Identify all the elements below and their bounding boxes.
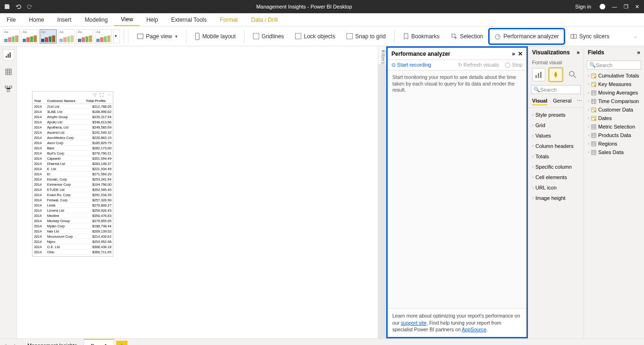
table-row[interactable]: 2014Bare$282,173.00: [33, 146, 113, 151]
sync-slicers-button[interactable]: Sync slicers: [566, 29, 614, 43]
viz-collapse-icon[interactable]: »: [576, 49, 580, 56]
menu-external-tools[interactable]: External Tools: [165, 13, 213, 26]
start-recording-button[interactable]: ⊙ Start recording: [391, 62, 431, 68]
field-regions[interactable]: ›Regions: [584, 139, 644, 148]
table-row[interactable]: 2014Amylin Group$235,317.94: [33, 114, 113, 120]
viz-search-input[interactable]: 🔍 Search: [531, 85, 581, 94]
save-icon[interactable]: [4, 3, 10, 10]
menu-format[interactable]: Format: [213, 13, 245, 26]
mobile-layout-button[interactable]: Mobile layout: [190, 29, 240, 43]
table-visual[interactable]: ▽ ⛶ ⋯ YearCustomer NamesTotal Profits201…: [32, 91, 113, 257]
table-row[interactable]: 2014Capweld$351,594.49: [33, 156, 113, 161]
viz-section-style-presets[interactable]: ›Style presets: [528, 110, 584, 120]
theme-gallery[interactable]: AaAaAaAaAaAa▾: [3, 29, 124, 43]
viz-section-url-icon[interactable]: ›URL icon: [528, 182, 584, 193]
page-next-icon[interactable]: ▸: [10, 342, 21, 345]
table-row[interactable]: 2014Apotheca, Ltd$249,585.69: [33, 125, 113, 130]
selection-button[interactable]: Selection: [446, 29, 488, 43]
add-page-button[interactable]: +: [116, 341, 127, 345]
field-cumulative-totals[interactable]: ›Cumulative Totals: [584, 71, 644, 80]
perf-collapse-icon[interactable]: »: [512, 51, 515, 57]
more-icon[interactable]: ⋯: [107, 93, 111, 97]
ribbon-collapse-icon[interactable]: ⌄: [634, 34, 637, 39]
table-row[interactable]: 2014Eminence Corp$194,796.00: [33, 182, 113, 187]
fields-collapse-icon[interactable]: »: [637, 49, 640, 56]
table-row[interactable]: 201421st Ltd$212,788.05: [33, 104, 113, 109]
table-row[interactable]: 2014Nipro$253,952.98: [33, 239, 113, 244]
theme-2[interactable]: Aa: [40, 29, 57, 43]
menu-modeling[interactable]: Modeling: [78, 13, 114, 26]
col-total-profits[interactable]: Total Profits: [85, 98, 113, 104]
table-row[interactable]: 2014AuroMedics Corp$220,862.15: [33, 135, 113, 140]
table-row[interactable]: 2014O.E. Ltd$308,436.18: [33, 244, 113, 250]
field-key-measures[interactable]: ›Key Measures: [584, 80, 644, 88]
tab-general[interactable]: General: [553, 98, 571, 105]
viz-section-cell-elements[interactable]: ›Cell elements: [528, 172, 584, 182]
table-row[interactable]: 2014ETUDE Ltd$352,595.45: [33, 187, 113, 192]
viz-section-grid[interactable]: ›Grid: [528, 120, 584, 130]
viz-section-totals[interactable]: ›Totals: [528, 151, 584, 162]
field-products-data[interactable]: ›Products Data: [584, 131, 644, 139]
viz-more-icon[interactable]: ⋯: [577, 98, 582, 105]
menu-insert[interactable]: Insert: [51, 13, 78, 26]
maximize-icon[interactable]: ❐: [624, 4, 628, 10]
report-view-icon[interactable]: [3, 49, 14, 60]
table-row[interactable]: 2014Exact-Rx, Corp$291,534.35: [33, 192, 113, 198]
page-tab-page-1[interactable]: Page 1: [84, 339, 114, 345]
menu-file[interactable]: File: [0, 13, 22, 26]
performance-analyzer-button[interactable]: Performance analyzer: [490, 29, 563, 43]
table-row[interactable]: 2014Ascend Ltd$191,549.32: [33, 130, 113, 135]
field-customer-data[interactable]: ›Customer Data: [584, 105, 644, 114]
snap-to-grid-checkbox[interactable]: Snap to grid: [342, 29, 390, 43]
theme-0[interactable]: Aa: [3, 29, 20, 43]
focus-icon[interactable]: ⛶: [100, 93, 104, 97]
table-row[interactable]: 2014Linde$270,800.27: [33, 203, 113, 208]
analytics-icon[interactable]: [566, 68, 579, 81]
table-row[interactable]: 2014Medline$350,476.83: [33, 213, 113, 218]
perf-close-icon[interactable]: ✕: [518, 51, 523, 57]
viz-section-column-headers[interactable]: ›Column headers: [528, 141, 584, 151]
menu-data---drill[interactable]: Data / Drill: [245, 13, 284, 26]
table-row[interactable]: 2014Eloraic, Corp$253,341.94: [33, 177, 113, 182]
table-row[interactable]: 2014Ohio$360,711.65: [33, 250, 113, 255]
fields-search-input[interactable]: 🔍 Search: [587, 60, 641, 69]
minimize-icon[interactable]: —: [612, 4, 617, 9]
report-canvas[interactable]: ▽ ⛶ ⋯ YearCustomer NamesTotal Profits201…: [17, 46, 378, 338]
filter-icon[interactable]: ▽: [93, 93, 97, 97]
field-dates[interactable]: ›Dates: [584, 114, 644, 122]
support-site-link[interactable]: support site: [401, 320, 426, 326]
bookmarks-button[interactable]: Bookmarks: [398, 29, 444, 43]
table-row[interactable]: 2014Mylan Corp$188,738.44: [33, 224, 113, 229]
menu-help[interactable]: Help: [140, 13, 165, 26]
table-row[interactable]: 2014Apollo Ltd$346,013.86: [33, 120, 113, 125]
table-row[interactable]: 2014Ei$271,584.20: [33, 172, 113, 177]
col-customer-names[interactable]: Customer Names: [46, 98, 85, 104]
table-row[interactable]: 2014Llorens Ltd$259,926.43: [33, 208, 113, 213]
col-year[interactable]: Year: [33, 98, 46, 104]
table-row[interactable]: 2014E. Ltd$221,934.49: [33, 166, 113, 172]
theme-1[interactable]: Aa: [21, 29, 38, 43]
field-metric-selection[interactable]: ›Metric Selection: [584, 122, 644, 131]
theme-3[interactable]: Aa: [58, 29, 75, 43]
table-row[interactable]: 2014Medsep Group$279,855.05: [33, 218, 113, 224]
field-time-comparison[interactable]: ›Time Comparison: [584, 97, 644, 105]
field-sales-data[interactable]: ›Sales Data: [584, 148, 644, 156]
table-row[interactable]: 2014Burt's Corp$270,790.21: [33, 151, 113, 156]
menu-view[interactable]: View: [114, 13, 140, 26]
build-visual-icon[interactable]: [532, 68, 545, 81]
viz-section-values[interactable]: ›Values: [528, 130, 584, 141]
viz-section-specific-column[interactable]: ›Specific column: [528, 162, 584, 172]
table-row[interactable]: 2014Dharma Ltd$283,148.37: [33, 161, 113, 166]
format-visual-icon[interactable]: [549, 68, 562, 81]
model-view-icon[interactable]: [3, 83, 14, 95]
menu-home[interactable]: Home: [22, 13, 51, 26]
page-prev-icon[interactable]: ◂: [0, 342, 10, 345]
undo-icon[interactable]: [15, 3, 22, 10]
page-tab-management-insights[interactable]: Management Insights: [21, 339, 84, 345]
table-row[interactable]: 2014Niconovum Corp$214,430.62: [33, 234, 113, 239]
field-moving-averages[interactable]: ›Moving Averages: [584, 88, 644, 97]
table-row[interactable]: 20143LAB, Ltd$188,890.02: [33, 109, 113, 114]
theme-4[interactable]: Aa: [76, 29, 93, 43]
page-view-button[interactable]: Page view▾: [132, 29, 182, 43]
table-row[interactable]: 2014Nav Ltd$209,139.03: [33, 229, 113, 234]
